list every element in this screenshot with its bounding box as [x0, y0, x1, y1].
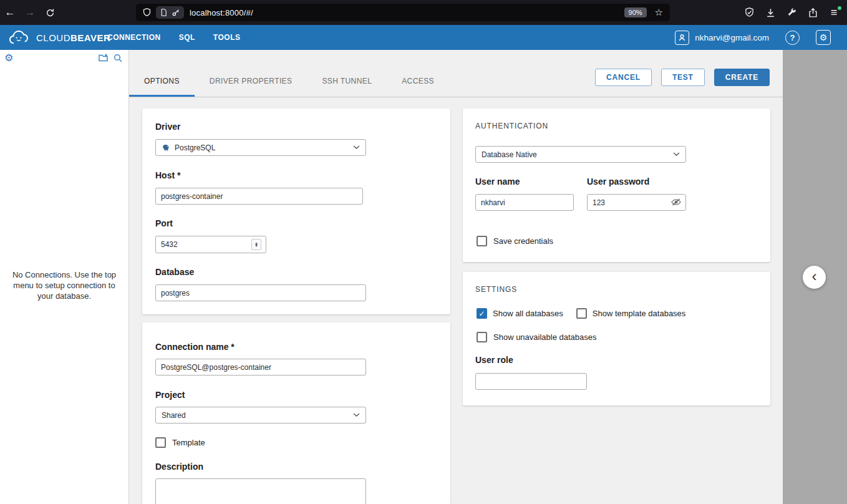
stepper-down-icon[interactable]: ▾ — [255, 245, 258, 247]
site-permissions-group[interactable] — [156, 6, 184, 19]
user-name-input[interactable] — [475, 194, 574, 211]
browser-forward-button[interactable]: → — [20, 6, 40, 19]
user-name-label: User name — [475, 177, 520, 187]
chevron-down-icon — [673, 152, 680, 157]
connection-form-page: OPTIONS DRIVER PROPERTIES SSH TUNNEL ACC… — [129, 50, 783, 504]
browser-reload-button[interactable] — [40, 8, 60, 17]
create-button[interactable]: CREATE — [714, 69, 770, 86]
browser-url-bar[interactable]: localhost:8000/#/ 90% ☆ — [136, 4, 670, 21]
driver-select[interactable]: PostgreSQL — [155, 139, 366, 156]
port-label: Port — [155, 218, 173, 228]
user-role-label: User role — [475, 355, 513, 365]
test-button[interactable]: TEST — [661, 69, 705, 86]
menu-hamburger-icon[interactable]: ≡ — [828, 6, 840, 19]
show-unavailable-databases-checkbox[interactable]: ✓ — [477, 332, 487, 342]
template-checkbox[interactable]: ✓ — [155, 437, 166, 448]
tab-access[interactable]: ACCESS — [387, 67, 449, 97]
show-unavailable-databases-label: Show unavailable databases — [493, 332, 597, 342]
host-input[interactable] — [155, 188, 363, 205]
auth-method-value: Database Native — [482, 150, 537, 159]
project-select[interactable]: Shared — [155, 407, 366, 424]
tab-label: DRIVER PROPERTIES — [210, 77, 293, 85]
app-settings-button[interactable]: ⚙ — [816, 30, 831, 45]
authentication-card: AUTHENTICATION Database Native User name… — [463, 109, 770, 262]
cancel-button[interactable]: CANCEL — [595, 69, 652, 86]
port-stepper[interactable]: ▴ ▾ — [251, 239, 261, 250]
save-credentials-label: Save credentials — [493, 236, 553, 246]
tracking-protection-icon[interactable] — [142, 7, 152, 17]
url-text[interactable]: localhost:8000/#/ — [190, 8, 253, 17]
connection-tabs: OPTIONS DRIVER PROPERTIES SSH TUNNEL ACC… — [129, 67, 449, 97]
postgresql-elephant-icon — [162, 143, 170, 152]
connections-filter-icon[interactable] — [97, 52, 109, 64]
show-all-databases-checkbox[interactable]: ✓ — [477, 308, 487, 319]
save-page-icon[interactable] — [806, 6, 819, 19]
form-actions: CANCEL TEST CREATE — [595, 69, 770, 86]
menu-notification-dot — [838, 6, 841, 10]
navigator-settings-gear-icon[interactable]: ⚙ — [4, 53, 13, 63]
navigator-sidebar: ⚙ No Connections. Use the top menu to se… — [0, 50, 129, 504]
user-icon — [675, 31, 689, 45]
zoom-level-badge[interactable]: 90% — [624, 7, 647, 17]
show-template-databases-label: Show template databases — [593, 309, 686, 318]
connection-name-input[interactable] — [155, 359, 366, 376]
settings-title: SETTINGS — [475, 285, 517, 294]
tools-wrench-icon[interactable] — [785, 6, 798, 19]
privacy-shield-icon[interactable] — [743, 6, 755, 19]
collapsed-right-panel: ‹ — [783, 50, 847, 504]
description-textarea[interactable] — [155, 478, 366, 504]
project-label: Project — [155, 390, 185, 400]
header-right: nkharvi@gmail.com ? ⚙ — [675, 25, 831, 50]
show-template-databases-group: ✓ Show template databases — [576, 308, 686, 319]
page-info-icon — [160, 8, 168, 17]
user-password-field — [587, 194, 686, 211]
connection-name-label: Connection name * — [155, 342, 235, 352]
user-password-label: User password — [587, 177, 649, 187]
user-role-input[interactable] — [475, 373, 587, 390]
search-icon[interactable] — [112, 52, 124, 64]
downloads-icon[interactable] — [764, 6, 777, 19]
tab-options[interactable]: OPTIONS — [129, 67, 195, 97]
driver-select-value: PostgreSQL — [175, 143, 215, 152]
app-header: CloudBeaver CONNECTION SQL TOOLS nkharvi… — [0, 25, 847, 50]
check-icon: ✓ — [478, 310, 485, 317]
cloudbeaver-logo[interactable]: CloudBeaver — [5, 25, 110, 50]
port-input[interactable] — [155, 236, 266, 253]
browser-back-button[interactable]: ← — [0, 6, 20, 19]
screen: ← → localhost:8000/#/ 90% ☆ — [0, 0, 847, 504]
expand-panel-button[interactable]: ‹ — [803, 266, 826, 289]
user-account[interactable]: nkharvi@gmail.com — [675, 31, 769, 45]
settings-card: SETTINGS ✓ Show all databases ✓ Show tem… — [463, 272, 770, 405]
password-visibility-icon[interactable] — [670, 197, 682, 207]
cloudbeaver-logo-icon — [5, 28, 32, 47]
nav-tools[interactable]: TOOLS — [213, 33, 241, 42]
browser-toolbar-right: ≡ — [743, 0, 847, 25]
sidebar-toolbar: ⚙ — [0, 50, 128, 66]
chevron-down-icon — [353, 145, 360, 150]
project-select-value: Shared — [162, 411, 186, 420]
help-button[interactable]: ? — [785, 31, 800, 45]
port-field: ▴ ▾ — [155, 236, 266, 253]
database-input[interactable] — [155, 284, 366, 301]
template-checkbox-row: ✓ Template — [155, 437, 205, 448]
nav-connection[interactable]: CONNECTION — [107, 33, 161, 42]
reload-icon — [46, 8, 55, 17]
tab-driver-properties[interactable]: DRIVER PROPERTIES — [195, 67, 307, 97]
show-template-databases-checkbox[interactable]: ✓ — [576, 308, 587, 319]
menu-lines: ≡ — [831, 7, 838, 18]
save-credentials-checkbox[interactable]: ✓ — [477, 236, 487, 246]
save-credentials-row: ✓ Save credentials — [477, 236, 553, 246]
nav-sql[interactable]: SQL — [179, 33, 195, 42]
template-checkbox-label: Template — [172, 438, 205, 447]
driver-label: Driver — [155, 122, 180, 132]
driver-settings-card: Driver PostgreSQL Host * Port ▴ ▾ — [142, 109, 450, 314]
show-all-databases-group: ✓ Show all databases — [477, 308, 563, 319]
bookmark-star-icon[interactable]: ☆ — [655, 7, 663, 18]
auth-method-select[interactable]: Database Native — [475, 146, 686, 163]
app-nav: CONNECTION SQL TOOLS — [107, 25, 240, 50]
naming-card: Connection name * Project Shared ✓ Templ… — [142, 322, 450, 504]
chevron-left-icon: ‹ — [812, 268, 817, 285]
show-all-databases-label: Show all databases — [493, 309, 563, 318]
tab-ssh-tunnel[interactable]: SSH TUNNEL — [307, 67, 387, 97]
gear-icon: ⚙ — [820, 33, 828, 42]
